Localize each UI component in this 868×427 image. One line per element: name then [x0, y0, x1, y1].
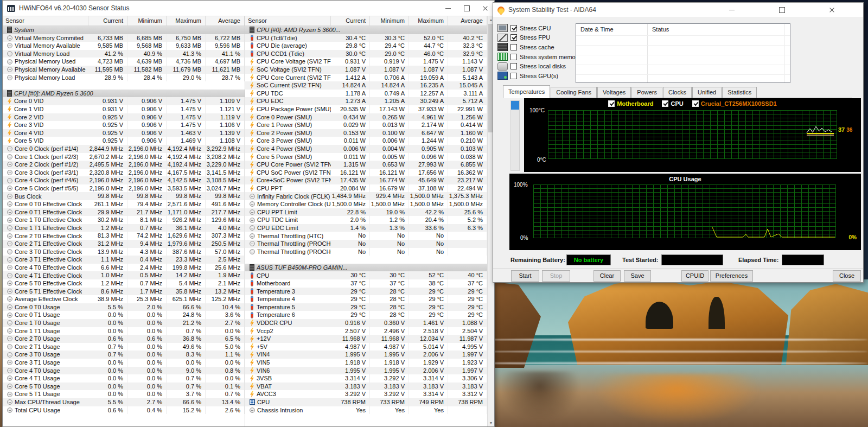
sensor-row[interactable]: Temperature 429 °C28 °C29 °C29 °C: [245, 295, 487, 303]
sensor-row[interactable]: Core 4 Clock (perf #4/6)2,196.0 MHz2,196…: [3, 176, 245, 184]
sensor-row[interactable]: Core 1 T1 Effective Clock1.2 MHz0.7 MHz3…: [3, 224, 245, 232]
sensor-row[interactable]: Core 4 T1 Usage0.0 %0.0 %0.7 %0.0 %: [3, 374, 245, 383]
save-button[interactable]: Save: [624, 270, 651, 282]
column-header-sensor[interactable]: Sensor: [245, 16, 331, 26]
sensor-row[interactable]: CPU EDC1.273 A1.205 A30.249 A5.712 A: [245, 97, 487, 105]
sensor-row[interactable]: CPU PPT Limit22.8 %19.0 %42.2 %25.6 %: [245, 208, 487, 216]
tab-voltages[interactable]: Voltages: [597, 87, 631, 98]
sensor-section-row[interactable]: CPU [#0]: AMD Ryzen 5 3600...: [245, 26, 487, 34]
sensor-row[interactable]: VIN41.995 V1.995 V2.006 V1.997 V: [245, 350, 487, 359]
graph-scroll-slider[interactable]: [510, 100, 520, 171]
sensor-row[interactable]: Core 3 T0 Effective Clock13.9 MHz4.3 MHz…: [3, 248, 245, 256]
tab-cooling-fans[interactable]: Cooling Fans: [551, 87, 597, 98]
stress-checkbox[interactable]: [510, 54, 517, 60]
sensor-row[interactable]: Core 3 VID0.925 V0.906 V1.475 V1.106 V: [3, 121, 245, 129]
sensor-row[interactable]: Core 0 T1 Usage0.0 %0.0 %24.8 %3.6 %: [3, 311, 245, 319]
sensor-row[interactable]: Core 1 T0 Effective Clock30.2 MHz8.1 MHz…: [3, 216, 245, 224]
sensor-row[interactable]: Thermal Throttling (HTC)NoNoNo: [245, 232, 487, 240]
sensor-row[interactable]: Core 1 Clock (perf #2/3)2,670.2 MHz2,196…: [3, 153, 245, 161]
sensor-row[interactable]: Max CPU/Thread Usage5.5 %2.7 %66.6 %13.4…: [3, 398, 245, 406]
sensor-row[interactable]: Core 2 T0 Effective Clock81.3 MHz74.2 MH…: [3, 232, 245, 240]
scroll-down-icon[interactable]: ▼: [488, 419, 494, 426]
sensor-row[interactable]: Virtual Memory Available9,585 MB9,568 MB…: [3, 42, 245, 50]
stress-checkbox[interactable]: [510, 44, 517, 50]
sensor-row[interactable]: Core 1 T0 Usage0.0 %0.0 %21.2 %2.7 %: [3, 319, 245, 327]
minimize-button[interactable]: [724, 3, 740, 17]
tab-statistics[interactable]: Statistics: [722, 87, 757, 98]
sensor-row[interactable]: CPU TDC Limit2.0 %1.2 %20.4 %5.2 %: [245, 216, 487, 224]
sensor-row[interactable]: Virtual Memory Commited6,733 MB6,685 MB6…: [3, 34, 245, 42]
sensor-row[interactable]: Core+SoC Power (SVI2 TFN)17.435 W16.774 …: [245, 176, 487, 184]
sensor-section-row[interactable]: System: [3, 26, 245, 34]
sensor-row[interactable]: Core 1 T1 Usage0.0 %0.0 %0.7 %0.0 %: [3, 327, 245, 335]
sensor-row[interactable]: VBAT3.183 V3.183 V3.183 V3.183 V: [245, 383, 487, 391]
close-button[interactable]: Close: [833, 270, 861, 282]
cpuid-button[interactable]: CPUID: [681, 270, 709, 282]
sensor-row[interactable]: Total CPU Usage0.6 %0.4 %15.2 %2.6 %: [3, 406, 245, 415]
sensor-row[interactable]: CPU CCD1 (Tdie)30.0 °C29.0 °C46.0 °C32.9…: [245, 50, 487, 58]
sensor-row[interactable]: CPU SoC Power (SVI2 TFN)16.121 W16.121 W…: [245, 169, 487, 177]
sensor-row[interactable]: Core 5 T0 Effective Clock1.2 MHz0.7 MHz5…: [3, 279, 245, 288]
stress-checkbox[interactable]: [510, 63, 517, 69]
sensor-row[interactable]: Core 0 VID0.931 V0.906 V1.475 V1.109 V: [3, 97, 245, 105]
column-header-current[interactable]: Current: [88, 16, 127, 26]
column-header-current[interactable]: Current: [331, 16, 370, 26]
sensor-row[interactable]: +5V4.987 V4.987 V5.014 V4.995 V: [245, 343, 487, 351]
sensor-row[interactable]: Chassis IntrusionYesYesYes: [245, 406, 487, 415]
stress-checkbox[interactable]: [510, 73, 517, 79]
column-header-maximum[interactable]: Maximum: [409, 16, 448, 26]
sensor-row[interactable]: CPU TDC1.178 A0.749 A12.257 A3.111 A: [245, 90, 487, 98]
sensor-row[interactable]: Memory Controller Clock (UCLK)1,500.0 MH…: [245, 200, 487, 208]
start-button[interactable]: Start: [511, 270, 539, 282]
sensor-row[interactable]: +12V11.968 V11.968 V12.034 V11.987 V: [245, 335, 487, 343]
sensor-section-row[interactable]: ASUS TUF B450M-PRO GAMIN...: [245, 264, 487, 272]
sensor-row[interactable]: Core 3 T1 Effective Clock1.1 MHz0.4 MHz2…: [3, 256, 245, 264]
sensor-row[interactable]: Core 0 T0 Usage5.5 %2.0 %66.6 %10.4 %: [3, 303, 245, 311]
sensor-row[interactable]: Core 2 T0 Usage0.6 %0.6 %36.8 %6.5 %: [3, 335, 245, 343]
test-log-listview[interactable]: Date & Time Status: [576, 23, 790, 83]
sensor-row[interactable]: Physical Memory Load28.9 %28.4 %29.0 %28…: [3, 74, 245, 82]
sensor-row[interactable]: CPU Core Current (SVI2 TFN)1.412 A0.706 …: [245, 74, 487, 82]
legend-checkbox[interactable]: [608, 100, 615, 107]
sensor-row[interactable]: CPU PPT20.084 W16.679 W37.108 W22.494 W: [245, 184, 487, 193]
sensor-row[interactable]: Physical Memory Available11,595 MB11,582…: [3, 66, 245, 74]
sensor-row[interactable]: Vccp22.507 V2.496 V2.518 V2.504 V: [245, 327, 487, 335]
sensor-row[interactable]: 3VSB3.314 V3.292 V3.314 V3.306 V: [245, 374, 487, 383]
sensor-row[interactable]: VDDCR CPU0.916 V0.360 V1.461 V1.088 V: [245, 319, 487, 327]
sensor-row[interactable]: VIN61.995 V1.995 V2.006 V1.997 V: [245, 367, 487, 375]
sensor-row[interactable]: Core 0 Clock (perf #1/4)2,844.9 MHz2,196…: [3, 145, 245, 153]
sensor-row[interactable]: Core 5 T0 Usage0.0 %0.0 %0.7 %0.1 %: [3, 383, 245, 391]
sensor-row[interactable]: CPU EDC Limit1.4 %1.3 %33.6 %6.3 %: [245, 224, 487, 232]
maximize-button[interactable]: [457, 1, 476, 16]
hwinfo-titlebar[interactable]: HWiNFO64 v6.20-4030 Sensor Status: [3, 1, 494, 16]
column-header-average[interactable]: Average: [448, 16, 487, 26]
stress-checkbox[interactable]: [510, 25, 517, 31]
sensor-row[interactable]: SoC Voltage (SVI2 TFN)1.087 V1.087 V1.08…: [245, 66, 487, 74]
sensor-row[interactable]: Core 4 VID0.925 V0.906 V1.463 V1.139 V: [3, 129, 245, 137]
sensor-row[interactable]: Core 4 T0 Effective Clock6.6 MHz2.4 MHz1…: [3, 264, 245, 272]
sensor-row[interactable]: Temperature 529 °C28 °C29 °C29 °C: [245, 303, 487, 311]
column-header-sensor[interactable]: Sensor: [3, 16, 88, 26]
sensor-row[interactable]: Core 0 T1 Effective Clock29.9 MHz21.7 MH…: [3, 208, 245, 216]
sensor-row[interactable]: Core 0 T0 Effective Clock261.1 MHz79.4 M…: [3, 200, 245, 208]
tab-powers[interactable]: Powers: [631, 87, 662, 98]
sensor-row[interactable]: CPU Core Power (SVI2 TFN)1.315 W0.653 W2…: [245, 161, 487, 169]
sensor-row[interactable]: Virtual Memory Load41.2 %40.9 %41.3 %41.…: [3, 50, 245, 58]
sensor-row[interactable]: Core 2 VID0.925 V0.906 V1.475 V1.119 V: [3, 113, 245, 122]
aida64-titlebar[interactable]: System Stability Test - AIDA64: [493, 3, 863, 17]
close-button[interactable]: [476, 1, 494, 16]
sensor-row[interactable]: Core 2 Power (SMU)0.153 W0.100 W6.647 W1…: [245, 129, 487, 137]
sensor-row[interactable]: Core 2 Clock (perf #1/2)2,495.5 MHz2,196…: [3, 161, 245, 169]
tab-temperatures[interactable]: Temperatures: [503, 85, 550, 98]
sensor-section-row[interactable]: CPU [#0]: AMD Ryzen 5 3600: [3, 90, 245, 98]
column-header-minimum[interactable]: Minimum: [370, 16, 409, 26]
sensor-row[interactable]: Physical Memory Used4,723 MB4,639 MB4,73…: [3, 58, 245, 66]
sensor-row[interactable]: Thermal Throttling (PROCHOT...NoNoNo: [245, 240, 487, 248]
sensor-row[interactable]: Temperature 329 °C28 °C29 °C29 °C: [245, 288, 487, 296]
sensor-row[interactable]: Average Effective Clock38.9 MHz25.3 MHz6…: [3, 295, 245, 303]
sensor-row[interactable]: Core 5 T1 Effective Clock8.6 MHz1.7 MHz3…: [3, 288, 245, 296]
sensor-row[interactable]: Motherboard37 °C37 °C38 °C37 °C: [245, 279, 487, 288]
sensor-row[interactable]: Core 4 T1 Effective Clock1.0 MHz0.5 MHz1…: [3, 271, 245, 279]
preferences-button[interactable]: Preferences: [710, 270, 753, 282]
sensor-row[interactable]: Core 2 T1 Usage0.7 %0.0 %49.6 %5.0 %: [3, 343, 245, 351]
